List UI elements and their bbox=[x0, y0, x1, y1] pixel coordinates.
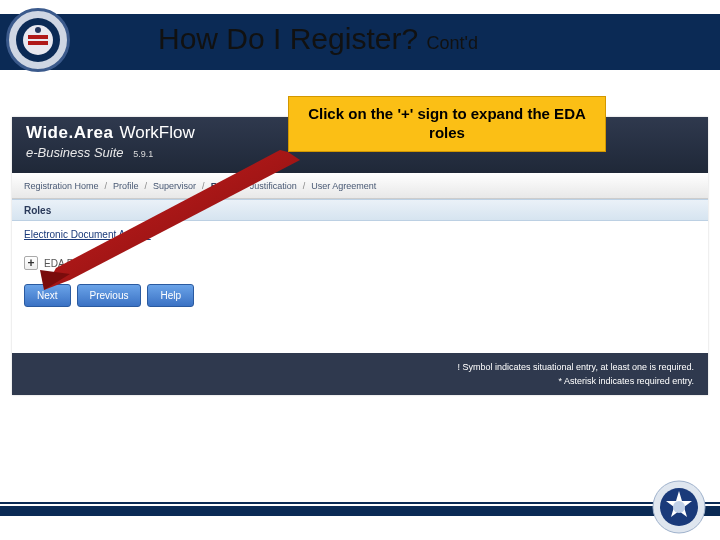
brand-version: 5.9.1 bbox=[133, 149, 153, 159]
slide-title: How Do I Register? Cont'd bbox=[158, 22, 478, 56]
breadcrumb: Registration Home / Profile / Supervisor… bbox=[12, 173, 708, 199]
crumb-sep: / bbox=[202, 181, 205, 191]
roles-body: Electronic Document Access + EDA Role Ne… bbox=[12, 221, 708, 317]
previous-button[interactable]: Previous bbox=[77, 284, 142, 307]
crumb-sep: / bbox=[241, 181, 244, 191]
svg-rect-3 bbox=[28, 41, 48, 45]
eda-role-row: + EDA Role bbox=[24, 256, 696, 270]
crumb-sep: / bbox=[145, 181, 148, 191]
svg-rect-2 bbox=[28, 35, 48, 39]
svg-point-10 bbox=[673, 501, 685, 513]
eda-role-label: EDA Role bbox=[44, 258, 87, 269]
plus-icon: + bbox=[27, 257, 34, 269]
dod-seal-icon bbox=[652, 480, 706, 534]
next-button[interactable]: Next bbox=[24, 284, 71, 307]
brand-wide: Wide.Area bbox=[26, 123, 113, 143]
section-title-bar: Roles bbox=[12, 199, 708, 221]
crumb-sep: / bbox=[105, 181, 108, 191]
footer-seal bbox=[652, 480, 706, 534]
crumb-justification[interactable]: Justification bbox=[250, 181, 297, 191]
seal-icon bbox=[14, 16, 62, 64]
help-button[interactable]: Help bbox=[147, 284, 194, 307]
crumb-roles[interactable]: Roles bbox=[211, 181, 236, 191]
app-brand: Wide.AreaWorkFlow bbox=[26, 123, 195, 143]
brand-workflow: WorkFlow bbox=[119, 123, 194, 143]
header-seal-logo bbox=[6, 8, 70, 72]
brand-sub-text: e-Business Suite bbox=[26, 145, 124, 160]
slide-title-main: How Do I Register? bbox=[158, 22, 418, 55]
callout-text: Click on the '+' sign to expand the EDA … bbox=[299, 105, 595, 143]
crumb-supervisor[interactable]: Supervisor bbox=[153, 181, 196, 191]
expand-plus-button[interactable]: + bbox=[24, 256, 38, 270]
app-brand-sub: e-Business Suite 5.9.1 bbox=[26, 145, 153, 160]
footer-thin-rule bbox=[0, 502, 720, 504]
button-row: Next Previous Help bbox=[24, 284, 696, 307]
app-footer: ! Symbol indicates situational entry, at… bbox=[12, 353, 708, 395]
svg-point-4 bbox=[35, 27, 41, 33]
crumb-user-agreement[interactable]: User Agreement bbox=[311, 181, 376, 191]
eda-access-link[interactable]: Electronic Document Access bbox=[24, 229, 696, 240]
instruction-callout: Click on the '+' sign to expand the EDA … bbox=[288, 96, 606, 152]
section-title: Roles bbox=[24, 205, 51, 216]
crumb-sep: / bbox=[303, 181, 306, 191]
footer-bar bbox=[0, 506, 720, 516]
crumb-profile[interactable]: Profile bbox=[113, 181, 139, 191]
footer-required-note: * Asterisk indicates required entry. bbox=[559, 376, 694, 386]
slide-title-suffix: Cont'd bbox=[426, 33, 477, 53]
crumb-registration-home[interactable]: Registration Home bbox=[24, 181, 99, 191]
app-screenshot: Wide.AreaWorkFlow e-Business Suite 5.9.1… bbox=[12, 117, 708, 395]
footer-situational-note: ! Symbol indicates situational entry, at… bbox=[458, 362, 694, 372]
